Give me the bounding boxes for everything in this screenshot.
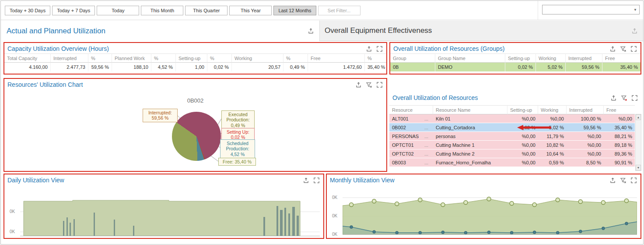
export-icon[interactable]: [609, 46, 616, 52]
column-header[interactable]: Free: [602, 53, 640, 63]
column-header[interactable]: Working: [232, 53, 284, 63]
cell: DEMO: [435, 63, 505, 71]
panel-monthly-utilization: Monthly Utilization View 0K 0K 0K: [326, 174, 641, 239]
time-filter-last-12-months-button[interactable]: Last 12 Months: [273, 6, 316, 15]
cell: 5,02 %: [536, 63, 566, 71]
toolbar-right-section: ▼: [538, 1, 643, 20]
time-filter-today-plus-30-button[interactable]: Today + 30 Days: [5, 6, 50, 15]
cell: Cutting_Cortadora: [433, 123, 508, 131]
table-row[interactable]: 0B003...Furnace_Horno_Fornalha%0,000,59 …: [389, 158, 635, 167]
column-header[interactable]: %: [284, 53, 308, 63]
column-header[interactable]: Total Capacity: [4, 53, 51, 63]
dashboard-root: Today + 30 Days Today + 7 Days Today Thi…: [0, 0, 644, 245]
time-filter-this-quarter-button[interactable]: This Quarter: [185, 6, 228, 15]
cell: 0B002: [389, 123, 424, 131]
export-icon[interactable]: [303, 177, 309, 184]
row-ellipsis: ...: [424, 114, 433, 123]
column-header[interactable]: %: [365, 53, 386, 63]
set-filter-button[interactable]: Set Filter...: [318, 6, 360, 15]
tab-actual-planned-utilization[interactable]: Actual and Planned Utilization: [1, 21, 319, 41]
panel-title: Overall Utilization of Resources: [392, 94, 478, 101]
panel-daily-utilization: Daily Utilization View 0K 0K: [4, 174, 324, 239]
time-filter-today-button[interactable]: Today: [97, 6, 139, 15]
table-row[interactable]: 0B002...Cutting_Cortadora0,02 %5,02 %59,…: [389, 123, 635, 132]
time-filter-this-year-button[interactable]: This Year: [229, 6, 272, 15]
daily-area-chart: [20, 194, 320, 236]
cell: 0,59 %: [538, 158, 567, 167]
table-row[interactable]: PERSONAS...personas%0,0011,79 %%0,0088,2…: [389, 132, 635, 141]
row-ellipsis: ...: [424, 141, 433, 149]
cell: 2.477,73: [51, 63, 88, 71]
time-filter-today-plus-7-button[interactable]: Today + 7 Days: [52, 6, 95, 15]
export-icon[interactable]: [366, 46, 372, 52]
column-header[interactable]: Resource Name: [433, 105, 508, 114]
y-axis-label: 0K: [332, 213, 337, 218]
cell: Furnace_Horno_Fornalha: [433, 158, 508, 167]
cell: 59,56 %: [566, 63, 602, 71]
column-header[interactable]: %: [151, 53, 176, 63]
row-ellipsis: ...: [424, 158, 433, 167]
cell: 4,52 %: [151, 63, 176, 71]
cell: personas: [433, 132, 508, 140]
filter-clear-icon[interactable]: [620, 177, 626, 184]
maximize-icon[interactable]: [376, 82, 383, 88]
column-header[interactable]: Interrupted: [566, 53, 602, 63]
export-icon[interactable]: [355, 82, 362, 88]
export-icon[interactable]: [308, 28, 314, 34]
tab-overall-equipment-effectiveness[interactable]: Overall Equipment Effectiveness: [319, 21, 643, 41]
cell: 88,21 %: [604, 132, 635, 140]
column-header[interactable]: Setting-up: [505, 53, 536, 63]
cell: %0,00: [508, 149, 538, 158]
filter-clear-icon[interactable]: [366, 82, 372, 88]
column-header[interactable]: Group: [390, 53, 435, 63]
time-filter-this-month-button[interactable]: This Month: [141, 6, 183, 15]
scroll-down-icon[interactable]: ▼: [636, 165, 641, 170]
maximize-icon[interactable]: [631, 95, 638, 101]
dashboard-select-dropdown[interactable]: ▼: [542, 5, 640, 14]
column-header[interactable]: Working: [538, 105, 567, 114]
export-icon[interactable]: [631, 28, 638, 34]
export-icon[interactable]: [609, 177, 616, 184]
cell: 35,40 %: [604, 123, 635, 131]
monthly-green-area-series: [343, 199, 637, 234]
column-header[interactable]: Free: [308, 53, 365, 63]
panel-title: Capacity Utilization Overview (Hours): [7, 45, 109, 52]
scroll-up-icon[interactable]: ▲: [636, 114, 641, 120]
maximize-icon[interactable]: [313, 177, 320, 184]
column-header[interactable]: Free: [604, 105, 635, 114]
column-header[interactable]: %: [88, 53, 112, 63]
maximize-icon[interactable]: [376, 46, 383, 52]
maximize-icon[interactable]: [630, 46, 637, 52]
maximize-icon[interactable]: [630, 177, 637, 184]
column-header[interactable]: Working: [536, 53, 566, 63]
column-header[interactable]: Interrupted: [51, 53, 88, 63]
column-header[interactable]: %: [207, 53, 232, 63]
table-row[interactable]: ALT001...Kiln 01%0,00%0,00100,00 %%0,00: [389, 114, 635, 123]
cell: 188,10: [112, 63, 151, 71]
cell: %0,00: [508, 132, 538, 140]
column-header[interactable]: Planned Work: [112, 53, 151, 63]
pie-callout-scheduled-production: Scheduled Production: 4,52 %: [220, 139, 255, 158]
column-header[interactable]: Group Name: [435, 53, 505, 63]
column-header[interactable]: Setting-up: [508, 105, 538, 114]
column-header[interactable]: Interrupted: [567, 105, 604, 114]
cell: 20,57: [232, 63, 284, 71]
resources-table-header: Resource Resource Name Setting-up Workin…: [389, 105, 635, 114]
chevron-down-icon[interactable]: ▼: [631, 8, 639, 12]
filter-clear-icon[interactable]: [620, 46, 626, 52]
cell: 100,00 %: [567, 114, 604, 123]
cell: %0,00: [508, 158, 538, 167]
table-row[interactable]: OPTCT01...Cutting Machine 1%0,0010,82 %%…: [389, 141, 635, 149]
groups-table-row[interactable]: 0B DEMO 0,02 % 5,02 % 59,56 % 35,40 %: [390, 63, 640, 71]
pie-chart[interactable]: [172, 112, 221, 161]
cell: 59,56 %: [88, 63, 112, 71]
pie-chart-title: 0B002: [4, 97, 386, 104]
vertical-scrollbar[interactable]: ▲ ▼: [635, 114, 641, 171]
export-icon[interactable]: [610, 95, 617, 101]
filter-clear-active-icon[interactable]: [621, 95, 627, 101]
column-header[interactable]: Resource: [389, 105, 433, 114]
table-row[interactable]: OPTCT02...Cutting Machine 2%0,0010,64 %%…: [389, 149, 635, 158]
column-header[interactable]: Setting-up: [176, 53, 207, 63]
panel-title: Monthly Utilization View: [330, 177, 395, 184]
inactive-tab-title: Overall Equipment Effectiveness: [325, 26, 432, 35]
